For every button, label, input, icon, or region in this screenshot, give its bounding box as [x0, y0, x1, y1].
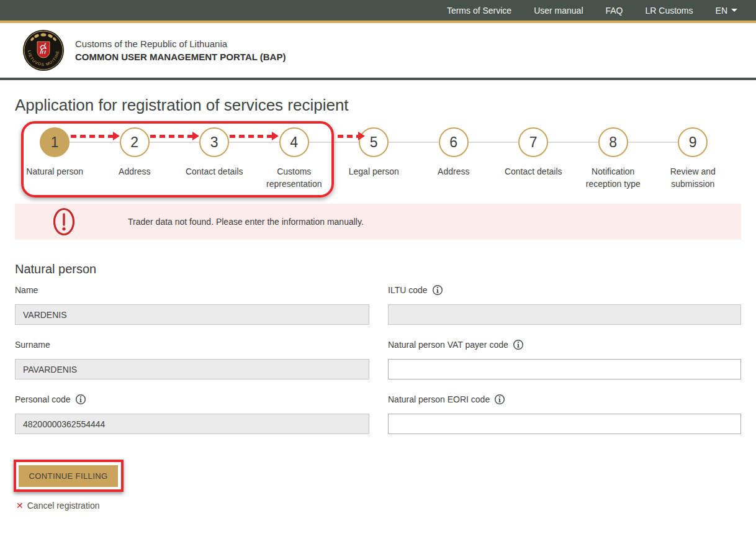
info-icon[interactable] [513, 339, 524, 350]
language-dropdown[interactable]: EN [716, 6, 737, 16]
personal-code-input [15, 414, 369, 434]
registration-step-wizard: 1 Natural person 2 Address 3 Contact det… [15, 120, 733, 199]
step-contact-details-2: 7 Contact details [493, 120, 574, 191]
natural-person-form: Name ILTU code Surname [15, 284, 741, 434]
step-address-1: 2 Address [95, 120, 175, 191]
step-label-8: Notification reception type [574, 165, 652, 191]
step-legal-person: 5 Legal person [334, 120, 414, 191]
page-title: Application for registration of services… [15, 96, 741, 115]
step-circle-7[interactable]: 7 [518, 127, 548, 157]
iltu-code-input [388, 304, 741, 325]
step-circle-2[interactable]: 2 [120, 127, 150, 157]
eori-code-label: Natural person EORI code [388, 393, 741, 406]
customs-logo[interactable]: LIETUVOS MUITINĖ [23, 30, 64, 71]
iltu-code-label: ILTU code [388, 284, 741, 296]
continue-filling-button[interactable]: CONTINUE FILLING [19, 465, 118, 487]
portal-header: LIETUVOS MUITINĖ Customs of the Republic… [0, 23, 756, 80]
step-circle-4[interactable]: 4 [279, 127, 309, 157]
language-label: EN [716, 6, 727, 16]
field-personal-code: Personal code [15, 393, 369, 434]
nav-user-manual[interactable]: User manual [534, 6, 583, 16]
alert-message: Trader data not found. Please enter the … [128, 217, 364, 227]
name-input [15, 304, 369, 325]
top-navigation-bar: Terms of Service User manual FAQ LR Cust… [0, 0, 756, 23]
step-review-and-submission: 9 Review and submission [653, 120, 733, 191]
step-circle-8[interactable]: 8 [598, 127, 628, 157]
step-label-9: Review and submission [654, 165, 732, 191]
field-iltu-code: ILTU code [388, 284, 741, 325]
step-natural-person: 1 Natural person [15, 120, 95, 191]
step-customs-representation: 4 Customs representation [254, 120, 335, 191]
step-label-2: Address [119, 165, 150, 178]
step-circle-5[interactable]: 5 [359, 127, 389, 157]
info-icon[interactable] [75, 394, 86, 405]
continue-button-area: CONTINUE FILLING [19, 465, 118, 487]
warning-alert: Trader data not found. Please enter the … [15, 204, 741, 240]
step-label-4: Customs representation [255, 165, 333, 191]
step-label-1: Natural person [26, 165, 83, 178]
field-surname: Surname [15, 338, 369, 379]
eori-code-input[interactable] [388, 414, 741, 434]
step-circle-6[interactable]: 6 [439, 127, 469, 157]
step-label-6: Address [438, 165, 469, 178]
step-circle-1[interactable]: 1 [40, 127, 70, 157]
surname-label: Surname [15, 338, 369, 351]
nav-terms-of-service[interactable]: Terms of Service [447, 6, 511, 16]
org-name: Customs of the Republic of Lithuania [75, 39, 286, 49]
step-label-5: Legal person [349, 165, 399, 178]
cancel-registration-label: Cancel registration [27, 501, 100, 511]
cancel-x-icon: ✕ [16, 501, 24, 511]
info-icon[interactable] [494, 394, 505, 405]
chevron-down-icon [731, 9, 737, 12]
step-circle-9[interactable]: 9 [678, 127, 708, 157]
name-label: Name [15, 284, 369, 296]
exclamation-icon [51, 207, 77, 237]
nav-lr-customs[interactable]: LR Customs [646, 6, 693, 16]
field-eori-code: Natural person EORI code [388, 393, 741, 434]
cancel-registration-link[interactable]: ✕ Cancel registration [16, 501, 99, 511]
vat-payer-code-label: Natural person VAT payer code [388, 338, 741, 351]
portal-name: COMMON USER MANAGEMENT PORTAL (BAP) [75, 52, 286, 62]
header-titles: Customs of the Republic of Lithuania COM… [75, 39, 286, 62]
step-notification-reception-type: 8 Notification reception type [574, 120, 654, 191]
vytis-shield [37, 42, 50, 58]
step-contact-details-1: 3 Contact details [174, 120, 254, 191]
steps-row: 1 Natural person 2 Address 3 Contact det… [15, 120, 733, 191]
step-circle-3[interactable]: 3 [199, 127, 229, 157]
personal-code-label: Personal code [15, 393, 369, 406]
surname-input [15, 359, 369, 379]
main-content: Application for registration of services… [0, 96, 756, 511]
field-name: Name [15, 284, 369, 325]
field-vat-payer-code: Natural person VAT payer code [388, 338, 741, 379]
section-title-natural-person: Natural person [15, 262, 741, 276]
step-address-2: 6 Address [414, 120, 494, 191]
vat-payer-code-input[interactable] [388, 359, 741, 379]
info-icon[interactable] [432, 284, 443, 296]
step-label-3: Contact details [186, 165, 243, 178]
step-label-7: Contact details [505, 165, 562, 178]
nav-faq[interactable]: FAQ [606, 6, 623, 16]
